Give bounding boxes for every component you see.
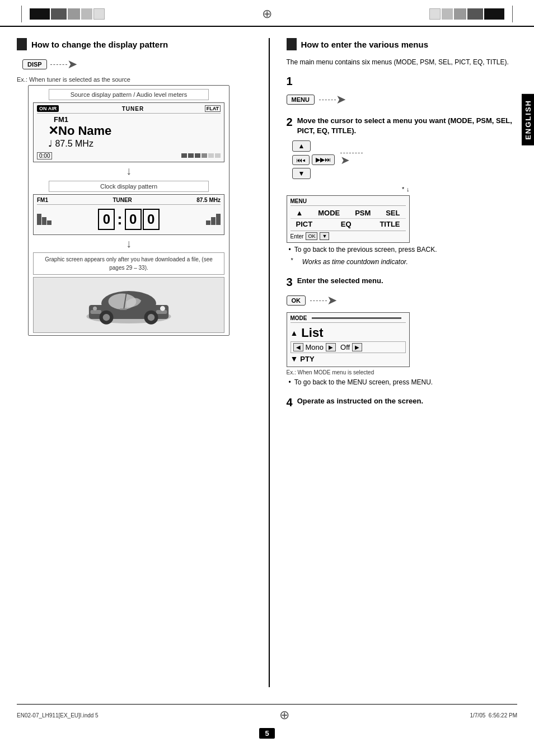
enter-down-box: ▼ bbox=[320, 232, 329, 240]
bullet-dot-1: • bbox=[289, 245, 291, 255]
tuner-label: TUNER bbox=[122, 106, 144, 112]
car-image bbox=[33, 277, 224, 333]
clock-bar-l3 bbox=[47, 220, 51, 225]
section-bar-icon bbox=[17, 38, 27, 50]
source-callout-label: Source display pattern / Audio level met… bbox=[49, 89, 209, 100]
graphic-note: Graphic screen appears only after you ha… bbox=[33, 252, 224, 275]
mode-next-btn[interactable]: ▶ bbox=[326, 343, 336, 351]
step-3-number: 3 bbox=[287, 276, 293, 289]
source-panel-header: ON AIR TUNER FLAT bbox=[37, 105, 221, 114]
page-number-area: 5 bbox=[0, 728, 534, 739]
asterisk-arrow: ↓ bbox=[406, 186, 410, 192]
display-box: Source display pattern / Audio level met… bbox=[28, 85, 229, 336]
disp-button[interactable]: DISP bbox=[22, 59, 47, 69]
menu-screen: MENU ▲ MODE PSM SEL PICT EQ TITLE Ente bbox=[287, 195, 410, 243]
menu-btn-area: MENU ➤ bbox=[287, 92, 518, 107]
mode-header-bar bbox=[312, 317, 401, 319]
ex-text: Ex.: When tuner is selected as the sourc… bbox=[17, 76, 252, 83]
menu-title: TITLE bbox=[376, 220, 403, 228]
clock-bar-r1 bbox=[206, 220, 210, 225]
panel-arrow-1: ↓ bbox=[29, 165, 229, 177]
mode-row2: ◀ Mono ▶ Off ▶ bbox=[291, 341, 406, 353]
nav-arrows-area: ▲ ⏮◀ ▶▶⏭ ➤ ▼ bbox=[292, 140, 518, 180]
ok-button[interactable]: OK bbox=[287, 295, 306, 306]
asterisk-note-area: * Works as time countdown indicator. bbox=[289, 257, 518, 267]
nav-next-button[interactable]: ▶▶⏭ bbox=[312, 154, 335, 165]
menu-row-1: ▲ MODE PSM SEL bbox=[291, 208, 406, 218]
menu-mode: MODE bbox=[315, 209, 343, 217]
mode-off-text: Off bbox=[340, 343, 350, 351]
right-section-bar bbox=[287, 38, 297, 50]
main-content: How to change the display pattern DISP ➤… bbox=[0, 27, 534, 698]
page: ⊕ How to change the display pattern DISP bbox=[0, 0, 534, 756]
bottom-date-time: 1/7/05 6:56:22 PM bbox=[470, 712, 517, 719]
step-2-header: 2 Move the cursor to select a menu you w… bbox=[287, 116, 518, 136]
top-bar: ⊕ bbox=[0, 0, 534, 27]
step-4-text: Operate as instructed on the screen. bbox=[297, 396, 423, 406]
enter-row: Enter OK ▼ bbox=[291, 231, 406, 240]
bar-5 bbox=[93, 8, 105, 20]
menu-psm: PSM bbox=[352, 209, 374, 217]
menu-eq: EQ bbox=[338, 220, 355, 228]
asterisk-symbol: * bbox=[291, 257, 293, 267]
step-2-text: Move the cursor to select a menu you wan… bbox=[297, 116, 517, 136]
nav-up-button[interactable]: ▲ bbox=[292, 140, 311, 152]
clock-bar-l2 bbox=[42, 217, 46, 225]
english-tab: ENGLISH bbox=[522, 94, 534, 145]
nav-down-button[interactable]: ▼ bbox=[292, 168, 311, 179]
mode-down-arrow: ▼ bbox=[291, 354, 298, 363]
bar-7 bbox=[442, 8, 453, 20]
source-freq: ♩ 87.5 MHz bbox=[48, 138, 221, 149]
mode-pty-text: PTY bbox=[300, 355, 314, 363]
menu-screen-header: MENU bbox=[291, 198, 406, 206]
step-3-ex-caption: Ex.: When MODE menu is selected bbox=[287, 369, 518, 375]
clock-freq-label: 87.5 MHz bbox=[196, 197, 221, 203]
disp-button-area: DISP ➤ bbox=[22, 57, 252, 72]
menu-row-2: PICT EQ TITLE bbox=[291, 218, 406, 229]
right-section-title: How to enter the various menus bbox=[301, 40, 429, 49]
clock-digit-0: 0 bbox=[98, 209, 115, 230]
file-name: EN02-07_LH911[EX_EU]I.indd 5 bbox=[17, 712, 99, 719]
nav-middle-row: ⏮◀ ▶▶⏭ ➤ bbox=[292, 153, 518, 167]
reg-line-left bbox=[21, 6, 22, 22]
source-name: ✕No Name bbox=[48, 124, 221, 138]
step-2-bullet: • To go back to the previous screen, pre… bbox=[289, 245, 518, 255]
ok-btn-area: OK ➤ bbox=[287, 293, 518, 308]
menu-button[interactable]: MENU bbox=[287, 95, 315, 105]
disp-arrow: ➤ bbox=[67, 57, 77, 72]
clock-fm-label: FM1 bbox=[37, 197, 48, 203]
clock-bars-left bbox=[37, 214, 51, 225]
enter-label: Enter bbox=[291, 233, 304, 240]
step-2: 2 Move the cursor to select a menu you w… bbox=[287, 116, 518, 267]
asterisk-marker: * bbox=[402, 186, 404, 192]
on-air-badge: ON AIR bbox=[37, 105, 59, 112]
ok-dotted-line bbox=[310, 300, 327, 301]
clock-bar-r2 bbox=[211, 217, 216, 225]
mode-body-up-row: ▲ List bbox=[291, 325, 406, 341]
bar-8 bbox=[454, 8, 466, 20]
level-bar-6 bbox=[215, 153, 221, 158]
car-svg bbox=[78, 283, 179, 327]
menu-sel: SEL bbox=[382, 209, 403, 217]
clock-header: FM1 TUNER 87.5 MHz bbox=[37, 197, 221, 205]
left-section-header: How to change the display pattern bbox=[17, 38, 252, 50]
step-4: 4 Operate as instructed on the screen. bbox=[287, 396, 518, 409]
page-number: 5 bbox=[259, 728, 274, 739]
level-bar-5 bbox=[208, 153, 214, 158]
source-time: 0:00 bbox=[37, 152, 52, 159]
bar-3 bbox=[68, 8, 80, 20]
nav-prev-button[interactable]: ⏮◀ bbox=[292, 155, 310, 165]
menu-pict: PICT bbox=[293, 220, 316, 228]
source-name-prefix: ✕ bbox=[48, 124, 58, 138]
bar-6 bbox=[429, 8, 441, 20]
step-1: 1 MENU ➤ bbox=[287, 75, 518, 107]
clock-panel: FM1 TUNER 87.5 MHz 0 bbox=[33, 194, 224, 235]
svg-rect-13 bbox=[120, 308, 127, 310]
mode-prev-btn[interactable]: ◀ bbox=[293, 343, 303, 351]
mode-next-btn-2[interactable]: ▶ bbox=[352, 343, 362, 351]
level-meter bbox=[181, 153, 221, 158]
mode-up-arrow: ▲ bbox=[291, 328, 298, 337]
step-3: 3 Enter the selected menu. OK ➤ MODE bbox=[287, 276, 518, 387]
freq-prefix: ♩ bbox=[48, 139, 55, 148]
bullet-dot-3: • bbox=[289, 378, 291, 387]
